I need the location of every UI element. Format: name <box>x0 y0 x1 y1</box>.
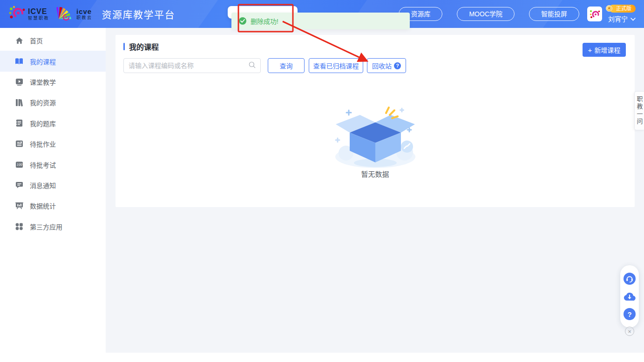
medal-icon: ★ <box>606 5 612 12</box>
nav-mooc-academy[interactable]: MOOC学院 <box>457 7 515 21</box>
empty-box-illustration <box>331 104 420 168</box>
empty-state-text: 暂无数据 <box>361 169 389 179</box>
video-play-icon <box>15 78 23 86</box>
sidebar-item-question-bank[interactable]: 我的题库 <box>0 113 106 134</box>
icve-swirl-logo-icon <box>8 5 25 23</box>
sidebar-item-home[interactable]: 首页 <box>0 30 106 51</box>
title-accent-bar <box>123 43 125 50</box>
empty-state: 暂无数据 <box>331 104 420 179</box>
peacock-fan-logo-icon <box>56 5 74 23</box>
sidebar-item-my-courses[interactable]: 我的课程 <box>0 51 106 71</box>
side-tab-zhijiao-qa[interactable]: 职教一问 <box>634 91 644 130</box>
sidebar-item-pending-exams[interactable]: 100 待批考试 <box>0 154 106 174</box>
query-button[interactable]: 查询 <box>268 58 305 73</box>
avatar[interactable] <box>587 7 602 21</box>
logo-brand-text: ICVE <box>28 8 49 15</box>
course-search-box[interactable] <box>123 58 261 73</box>
logo-sub-text: 职教云 <box>76 16 93 20</box>
success-check-icon <box>239 17 246 25</box>
statistics-board-icon <box>15 201 23 210</box>
sidebar-item-my-resources[interactable]: 我的资源 <box>0 92 106 113</box>
help-circle-icon: ? <box>394 62 401 69</box>
recycle-bin-button[interactable]: 回收站 ? <box>367 58 406 73</box>
add-course-button[interactable]: + 新增课程 <box>583 43 626 57</box>
section-title: 我的课程 <box>129 41 159 52</box>
sidebar-item-pending-assignments[interactable]: 待批作业 <box>0 134 106 154</box>
sidebar: 首页 我的课程 课堂教学 我的资源 我的题库 待批作业 100 待批考试 <box>0 28 106 362</box>
customer-service-icon[interactable] <box>624 273 636 285</box>
platform-title: 资源库教学平台 <box>102 7 176 21</box>
sidebar-item-classroom-teaching[interactable]: 课堂教学 <box>0 72 106 92</box>
logo-brand-text: icve <box>76 8 93 15</box>
logo-sub-text: 智慧职教 <box>28 16 49 20</box>
version-badge: ★ 正式版 <box>609 5 636 13</box>
exam-score-icon: 100 <box>15 161 23 169</box>
sidebar-item-messages[interactable]: 消息通知 <box>0 175 106 195</box>
question-bank-icon <box>15 119 23 127</box>
sidebar-item-third-party-apps[interactable]: 第三方应用 <box>0 216 106 237</box>
home-icon <box>15 36 23 45</box>
library-books-icon <box>15 98 23 107</box>
svg-text:100: 100 <box>16 163 22 167</box>
username: 刘宵宁 <box>608 14 628 23</box>
view-archived-button[interactable]: 查看已归档课程 <box>309 58 363 73</box>
my-courses-panel: 我的课程 查询 查看已归档课程 回收站 ? + 新增课程 <box>115 35 635 207</box>
sidebar-item-statistics[interactable]: 数据统计 <box>0 195 106 216</box>
assignment-icon <box>15 140 23 148</box>
logo-icve-zhijiaoyun: icve 职教云 <box>56 5 93 23</box>
success-toast: 删除成功! <box>231 13 410 29</box>
cloud-download-icon[interactable] <box>624 290 636 302</box>
open-book-icon <box>15 57 23 66</box>
close-toolbar-icon[interactable]: × <box>625 327 634 336</box>
course-search-input[interactable] <box>129 62 249 69</box>
chevron-down-icon <box>630 14 636 23</box>
toast-message: 删除成功! <box>251 16 278 26</box>
apps-grid-icon <box>15 222 23 231</box>
floating-toolbar: ? <box>620 265 639 328</box>
nav-smart-casting[interactable]: 智能投屏 <box>529 7 579 21</box>
search-icon[interactable] <box>249 61 256 70</box>
logo-icve-zhihuizhijiao: ICVE 智慧职教 <box>8 5 49 23</box>
user-menu[interactable]: ★ 正式版 刘宵宁 <box>608 5 636 23</box>
logo-group: ICVE 智慧职教 <box>0 5 175 23</box>
plus-icon: + <box>588 46 592 54</box>
help-icon[interactable]: ? <box>624 308 636 320</box>
chat-bubble-icon <box>15 181 23 189</box>
